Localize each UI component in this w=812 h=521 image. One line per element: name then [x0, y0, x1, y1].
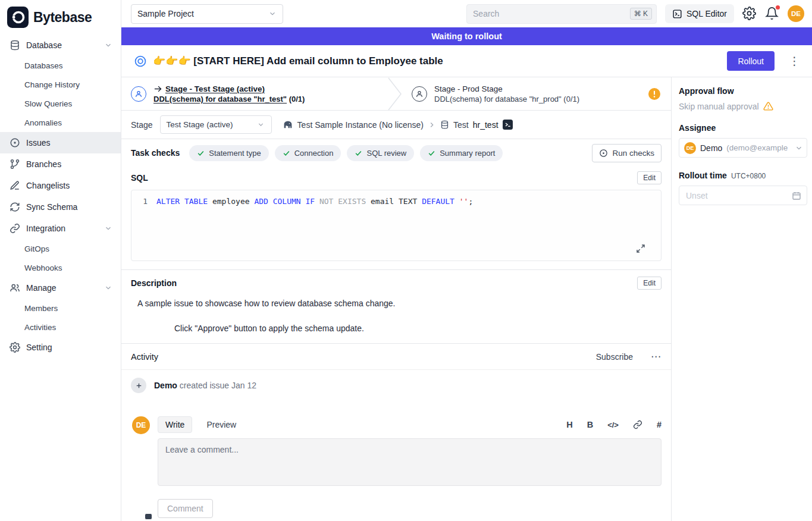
sql-code-editor[interactable]: 1 ALTER TABLE employee ADD COLUMN IF NOT… — [131, 190, 661, 261]
sidebar-item-activities[interactable]: Activities — [0, 318, 121, 337]
speech-bubble-badge — [145, 513, 152, 520]
sidebar-item-change-history[interactable]: Change History — [0, 75, 121, 94]
check-badge-sql-review[interactable]: SQL review — [347, 145, 414, 161]
check-icon — [355, 149, 362, 157]
composer-body: Write Preview H B </> # — [158, 416, 661, 518]
sidebar-item-databases[interactable]: Databases — [0, 56, 121, 75]
notification-bell-icon[interactable] — [765, 7, 779, 21]
sql-editor-label: SQL Editor — [686, 9, 727, 18]
users-icon — [10, 283, 20, 293]
rollout-time-title: Rollout time — [679, 171, 727, 180]
sql-editor-button[interactable]: SQL Editor — [665, 4, 734, 23]
chevron-down-icon — [104, 224, 112, 233]
project-select[interactable]: Sample Project — [131, 4, 283, 24]
comment-input[interactable] — [158, 438, 661, 486]
run-checks-button[interactable]: Run checks — [592, 144, 661, 162]
database-icon — [10, 40, 20, 51]
stage-select[interactable]: Test Stage (active) — [160, 115, 272, 134]
user-avatar[interactable]: DE — [788, 5, 804, 22]
sync-icon — [10, 202, 20, 212]
sidebar-item-manage[interactable]: Manage — [0, 277, 121, 299]
description-edit-button[interactable]: Edit — [637, 277, 661, 290]
user-avatar: DE — [132, 416, 150, 434]
issues-icon — [10, 137, 20, 148]
sidebar-item-setting[interactable]: Setting — [0, 337, 121, 358]
project-select-value: Sample Project — [137, 9, 194, 18]
search-input[interactable] — [473, 9, 630, 18]
comment-button[interactable]: Comment — [158, 499, 213, 518]
warning-triangle-icon — [763, 101, 773, 111]
stage-name: Stage - Prod Stage — [434, 84, 503, 93]
link-icon[interactable] — [633, 420, 642, 429]
ellipsis-menu-icon[interactable]: ⋯ — [651, 350, 661, 363]
sidebar-item-anomalies[interactable]: Anomalies — [0, 113, 121, 132]
code-icon[interactable]: </> — [607, 420, 619, 429]
expand-icon[interactable] — [636, 244, 645, 253]
topbar: Sample Project ⌘ K SQL Editor DE — [121, 0, 812, 27]
check-badge-statement-type[interactable]: Statement type — [189, 145, 268, 161]
tab-write[interactable]: Write — [158, 416, 192, 433]
instance-name[interactable]: Test Sample Instance (No license) — [297, 120, 424, 130]
assignee-email: (demo@example — [726, 143, 791, 152]
stage-pipeline: Stage - Test Stage (active) DDL(schema) … — [121, 77, 671, 111]
sql-statement: ALTER TABLE employee ADD COLUMN IF NOT E… — [156, 197, 473, 206]
sidebar-item-label: Setting — [26, 343, 52, 352]
issue-title: 👉👉👉 [START HERE] Add email column to Emp… — [153, 55, 727, 67]
assignee-title: Assignee — [679, 123, 807, 133]
sidebar-item-label: Slow Queries — [24, 99, 72, 108]
sidebar-item-issues[interactable]: Issues — [0, 132, 121, 153]
sidebar-item-changelists[interactable]: Changelists — [0, 175, 121, 196]
sidebar-item-label: Sync Schema — [26, 202, 77, 212]
open-sql-editor-icon[interactable] — [503, 120, 513, 130]
search-box[interactable]: ⌘ K — [466, 4, 657, 24]
database-name[interactable]: hr_test — [473, 120, 499, 130]
stage-task-count: (0/1) — [563, 95, 579, 103]
activity-title: Activity — [131, 352, 158, 362]
issue-side-panel: Approval flow Skip manual approval Assig… — [671, 77, 812, 521]
stage-card-prod[interactable]: Stage - Prod Stage DDL(schema) for datab… — [412, 84, 579, 103]
check-icon — [428, 149, 435, 157]
task-checks-row: Task checks Statement type Connection SQ… — [121, 139, 671, 167]
approval-flow-value-row: Skip manual approval — [679, 101, 807, 111]
rollout-button[interactable]: Rollout — [727, 51, 775, 71]
stage-card-text: Stage - Prod Stage DDL(schema) for datab… — [434, 84, 579, 103]
bold-icon[interactable]: B — [587, 420, 593, 429]
status-banner: Waiting to rollout — [121, 27, 812, 45]
sidebar-item-branches[interactable]: Branches — [0, 153, 121, 175]
rollout-time-input[interactable]: Unset — [679, 186, 807, 205]
stage-card-test[interactable]: Stage - Test Stage (active) DDL(schema) … — [131, 84, 388, 103]
stage-card-prod-wrap: Stage - Prod Stage DDL(schema) for datab… — [412, 84, 671, 103]
stage-task-count: (0/1) — [289, 95, 305, 103]
chevron-down-icon — [268, 10, 277, 18]
sidebar-item-integration[interactable]: Integration — [0, 218, 121, 239]
rollout-timezone: UTC+0800 — [731, 172, 766, 180]
check-badge-connection[interactable]: Connection — [275, 145, 341, 161]
settings-gear-icon[interactable] — [742, 7, 757, 21]
line-number: 1 — [131, 197, 156, 206]
sql-section-title: SQL — [131, 173, 148, 183]
main-column: Sample Project ⌘ K SQL Editor DE — [121, 0, 812, 521]
sidebar-item-gitops[interactable]: GitOps — [0, 239, 121, 258]
sidebar-item-label: Activities — [24, 323, 56, 332]
sidebar-item-webhooks[interactable]: Webhooks — [0, 258, 121, 277]
sidebar-item-slow-queries[interactable]: Slow Queries — [0, 94, 121, 113]
assignee-select[interactable]: DE Demo (demo@example — [679, 138, 807, 158]
brand-logo[interactable]: Bytebase — [0, 0, 121, 34]
heading-icon[interactable]: H — [566, 420, 572, 429]
task-checks-label: Task checks — [131, 148, 180, 158]
sidebar-item-database[interactable]: Database — [0, 34, 121, 56]
run-checks-icon — [599, 149, 608, 158]
composer-tabs: Write Preview H B </> # — [158, 416, 661, 433]
hash-icon[interactable]: # — [657, 420, 661, 429]
arrow-right-icon — [153, 84, 162, 93]
sidebar-item-members[interactable]: Members — [0, 299, 121, 318]
activity-event-text: Demo created issue Jan 12 — [154, 381, 256, 390]
stage-name: Stage - Test Stage (active) — [165, 84, 265, 93]
sql-edit-button[interactable]: Edit — [637, 171, 661, 184]
tab-preview[interactable]: Preview — [202, 417, 241, 432]
subscribe-button[interactable]: Subscribe — [596, 352, 633, 362]
check-badge-summary-report[interactable]: Summary report — [420, 145, 503, 161]
rollout-time-value: Unset — [686, 191, 708, 200]
sidebar-item-sync-schema[interactable]: Sync Schema — [0, 196, 121, 218]
kebab-menu-icon[interactable]: ⋮ — [786, 54, 802, 68]
